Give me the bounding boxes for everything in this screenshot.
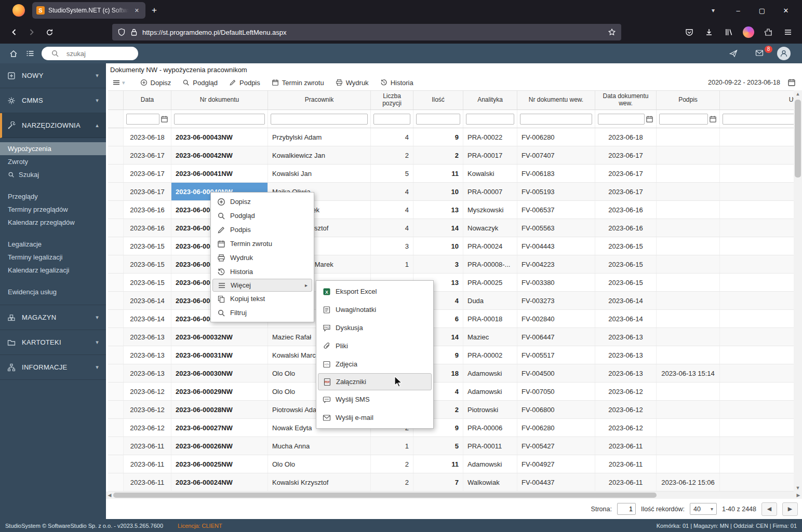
column-header-podpis[interactable]: Podpis bbox=[657, 91, 720, 110]
column-header-ilo[interactable]: Ilość bbox=[413, 91, 463, 110]
downloads-icon[interactable] bbox=[700, 24, 718, 40]
submenu-item-zdj-cia[interactable]: </>Zdjęcia bbox=[316, 355, 433, 373]
messages-button[interactable]: 8 bbox=[751, 49, 768, 59]
table-row[interactable]: 2023-06-112023-06-00025NWOlo Olo211Adamo… bbox=[108, 455, 796, 473]
horizontal-scrollbar[interactable]: ◀ ▶ bbox=[106, 492, 802, 499]
context-menu-item-podpis[interactable]: Podpis bbox=[211, 223, 314, 237]
filter-input-data[interactable] bbox=[126, 114, 159, 125]
new-tab-button[interactable]: + bbox=[145, 5, 163, 16]
back-button[interactable] bbox=[5, 24, 23, 40]
table-row[interactable]: 2023-06-172023-06-00042NWKowalkiewicz Ja… bbox=[108, 146, 796, 165]
context-menu-item-termin-zwrotu[interactable]: Termin zwrotu bbox=[211, 237, 314, 251]
column-header-data-dokumentu-wew[interactable]: Data dokumentu wew. bbox=[595, 91, 657, 110]
window-maximize-button[interactable]: ▢ bbox=[750, 3, 774, 18]
filter-input-nr-dokumentu-wew[interactable] bbox=[520, 114, 592, 125]
table-row[interactable]: 2023-06-132023-06-00030NWOlo Olo18Adamow… bbox=[108, 364, 796, 383]
context-menu-item-wi-cej[interactable]: Więcej▸ bbox=[212, 279, 312, 292]
sidebar-item-narzedziownia[interactable]: NARZĘDZIOWNIA▴ bbox=[0, 113, 106, 138]
column-header-x[interactable] bbox=[108, 91, 124, 110]
column-header-uwagi[interactable]: Uwagi bbox=[720, 91, 796, 110]
calendar-icon[interactable] bbox=[161, 115, 168, 123]
submenu-item-dyskusja[interactable]: FAQDyskusja bbox=[316, 319, 433, 337]
global-search[interactable] bbox=[42, 47, 138, 60]
sidebar-subitem-ewidencja-us-ug[interactable]: Ewidencja usług bbox=[0, 285, 106, 298]
account-avatar[interactable] bbox=[740, 24, 757, 40]
table-row[interactable]: 2023-06-182023-06-00043NWPrzybylski Adam… bbox=[108, 128, 796, 146]
toolbar-button-wydruk[interactable]: Wydruk bbox=[330, 77, 375, 88]
submenu-item-za-czniki[interactable]: PDFZałączniki bbox=[318, 373, 432, 390]
firefox-logo-icon[interactable] bbox=[12, 4, 25, 17]
sidebar-subitem-terminy-legalizacji[interactable]: Terminy legalizacji bbox=[0, 251, 106, 264]
shield-icon[interactable] bbox=[117, 28, 126, 36]
toolbar-button-historia[interactable]: Historia bbox=[375, 77, 419, 88]
scroll-right-icon[interactable]: ▶ bbox=[795, 493, 802, 498]
sidebar-item-informacje[interactable]: INFORMACJE▾ bbox=[0, 355, 106, 380]
sidebar-item-kartoteki[interactable]: KARTOTEKI▾ bbox=[0, 330, 106, 355]
filter-input-nr-dokumentu[interactable] bbox=[174, 114, 265, 125]
menu-list-icon[interactable] bbox=[26, 49, 34, 58]
list-all-tabs-chevron-icon[interactable]: ▾ bbox=[700, 7, 726, 14]
filter-input-ilo[interactable] bbox=[416, 114, 460, 125]
hscroll-thumb[interactable] bbox=[113, 493, 657, 498]
scroll-down-icon[interactable]: ▼ bbox=[794, 484, 802, 492]
date-range-calendar-icon[interactable] bbox=[787, 78, 796, 87]
toolbar-button-podpis[interactable]: Podpis bbox=[223, 77, 266, 88]
vertical-scrollbar[interactable]: ▲ ▼ bbox=[794, 90, 802, 492]
context-menu-item-podgl-d[interactable]: Podgląd bbox=[211, 209, 314, 223]
app-menu-icon[interactable] bbox=[779, 24, 797, 40]
context-menu-item-historia[interactable]: Historia bbox=[211, 265, 314, 279]
table-row[interactable]: 2023-06-112023-06-00026NWMucha Anna15PRA… bbox=[108, 437, 796, 455]
sidebar-subitem-wypo-yczenia[interactable]: Wypożyczenia bbox=[0, 142, 106, 155]
column-header-analityka[interactable]: Analityka bbox=[463, 91, 517, 110]
sidebar-subitem-kalendarz-legalizacji[interactable]: Kalendarz legalizacji bbox=[0, 264, 106, 277]
sidebar-subitem-kalendarz-przegl-d-w[interactable]: Kalendarz przeglądów bbox=[0, 216, 106, 229]
library-icon[interactable] bbox=[720, 24, 738, 40]
sidebar-subitem-legalizacje[interactable]: Legalizacje bbox=[0, 238, 106, 251]
context-menu-item-dopisz[interactable]: Dopisz bbox=[211, 195, 314, 209]
sidebar-item-magazyn[interactable]: MAGAZYN▾ bbox=[0, 305, 106, 330]
calendar-icon[interactable] bbox=[709, 115, 717, 123]
submenu-item-wy-lij-e-mail[interactable]: Wyślij e-mail bbox=[316, 408, 433, 427]
submenu-item-eksport-excel[interactable]: XEksport Excel bbox=[316, 282, 433, 301]
sidebar-item-cmms[interactable]: CMMS▾ bbox=[0, 88, 106, 113]
user-profile-button[interactable] bbox=[777, 47, 791, 60]
tab-close-icon[interactable]: ✕ bbox=[132, 6, 141, 15]
column-header-nr-dokumentu-wew[interactable]: Nr dokumentu wew. bbox=[517, 91, 595, 110]
filter-input-uwagi[interactable] bbox=[723, 114, 796, 125]
sidebar-item-nowy[interactable]: NOWY▾ bbox=[0, 63, 106, 88]
page-size-select[interactable]: 40 ▾ bbox=[690, 503, 717, 515]
toolbar-button-termin-zwrotu[interactable]: Termin zwrotu bbox=[266, 77, 330, 88]
table-row[interactable]: 2023-06-112023-06-00024NWKowalski Krzysz… bbox=[108, 473, 796, 492]
lock-icon[interactable] bbox=[130, 28, 138, 36]
scroll-up-icon[interactable]: ▲ bbox=[794, 90, 802, 98]
context-menu-item-filtruj[interactable]: Filtruj bbox=[211, 306, 314, 320]
window-close-button[interactable]: ✕ bbox=[774, 3, 798, 18]
submenu-item-wy-lij-sms[interactable]: xxxWyślij SMS bbox=[316, 390, 433, 408]
scroll-left-icon[interactable]: ◀ bbox=[106, 493, 113, 498]
table-row[interactable]: 2023-06-122023-06-00029NWOlo Olo4Adamows… bbox=[108, 383, 796, 401]
toolbar-button-dopisz[interactable]: Dopisz bbox=[135, 77, 177, 88]
table-row[interactable]: 2023-06-172023-06-00041NWKowalski Jan511… bbox=[108, 165, 796, 183]
table-row[interactable]: 2023-06-132023-06-00031NWKowalski Marcin… bbox=[108, 346, 796, 364]
bookmark-star-icon[interactable] bbox=[608, 28, 616, 36]
column-header-data[interactable]: Data bbox=[124, 91, 171, 110]
home-icon[interactable] bbox=[9, 49, 18, 58]
table-row[interactable]: 2023-06-122023-06-00028NWPiotrowski Adam… bbox=[108, 401, 796, 419]
extensions-puzzle-icon[interactable] bbox=[759, 24, 777, 40]
global-search-input[interactable] bbox=[66, 50, 158, 58]
browser-tab[interactable]: S StudioSystem.NET (c) Software ✕ bbox=[32, 2, 145, 19]
reload-button[interactable] bbox=[41, 24, 58, 40]
filter-input-liczba-pozycji[interactable] bbox=[373, 114, 410, 125]
column-header-nr-dokumentu[interactable]: Nr dokumentu bbox=[171, 91, 268, 110]
filter-input-pracownik[interactable] bbox=[271, 114, 368, 125]
sidebar-subitem-szukaj[interactable]: Szukaj bbox=[0, 168, 106, 181]
filter-input-analityka[interactable] bbox=[466, 114, 514, 125]
toolbar-button-podgl-d[interactable]: Podgląd bbox=[177, 77, 223, 88]
filter-input-data-dokumentu-wew[interactable] bbox=[598, 114, 645, 125]
send-plane-icon[interactable] bbox=[729, 49, 738, 58]
page-number-input[interactable] bbox=[617, 503, 636, 515]
calendar-icon[interactable] bbox=[646, 115, 653, 123]
sidebar-subitem-terminy-przegl-d-w[interactable]: Terminy przeglądów bbox=[0, 203, 106, 216]
window-minimize-button[interactable]: – bbox=[726, 3, 750, 18]
context-menu-item-wydruk[interactable]: Wydruk bbox=[211, 251, 314, 265]
